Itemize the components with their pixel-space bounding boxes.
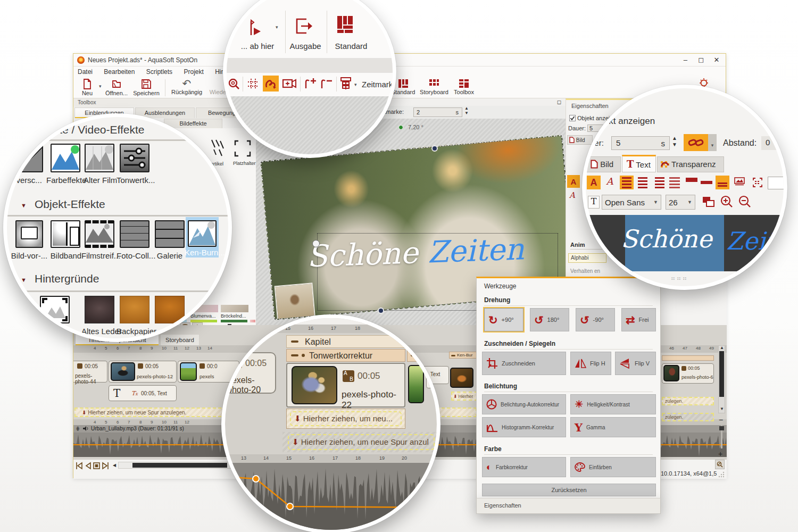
section-collapse-icon[interactable]: ▼ [21, 277, 27, 283]
bg-thumb-backpapier[interactable] [120, 296, 149, 323]
italic-tile[interactable]: A [603, 176, 617, 189]
alphabetical-select[interactable]: Alphabi [568, 253, 606, 263]
drop-row-right[interactable]: zulegen. [662, 397, 714, 405]
exposure-auto-button[interactable]: Belichtung-Autokorrektur [482, 394, 566, 414]
save-button[interactable]: Speichern [131, 79, 162, 96]
export-button[interactable]: Ausgabe [286, 41, 325, 51]
effect-item-platzhalter[interactable]: Platzhalter [233, 139, 256, 166]
effect-thumb-bildband[interactable] [51, 220, 80, 248]
resize-grip-dots[interactable]: ⠛⠛⠛ [671, 277, 688, 284]
crop-button[interactable]: Zuschneiden [482, 352, 566, 375]
effect-thumb-alterfilm[interactable] [85, 144, 114, 172]
effect-thumb-farbverschiebung[interactable] [15, 145, 43, 172]
timeline-zoom-in-button[interactable]: + [718, 450, 722, 458]
view-storyboard-button[interactable]: Storyboard [419, 79, 449, 95]
new-button[interactable]: Neu [76, 79, 99, 96]
selection-handle[interactable] [431, 145, 438, 152]
hscroll-left-icon[interactable]: ◀ [113, 463, 116, 468]
effect-thumb-filmstreifen[interactable] [85, 220, 114, 248]
menu-projekt[interactable]: Projekt [184, 68, 203, 76]
ken-burns-track-bar[interactable]: Ken-Bur [449, 352, 479, 359]
font-family-select[interactable]: Open Sans▼ [602, 195, 661, 210]
align-left-tile-active[interactable] [620, 176, 634, 189]
remove-keyframe-tool-icon[interactable] [320, 77, 334, 90]
zoom-reset-button[interactable] [715, 460, 725, 469]
timemark-list-icon[interactable] [339, 77, 352, 90]
timeline-clip-pexels-photo-6[interactable]: 00:05 pexels-photo-6 [662, 363, 714, 384]
duration-input-zoom[interactable]: 5 s [611, 136, 670, 150]
scroll-down-icon[interactable]: ▼ [720, 406, 724, 411]
timemark-caret-icon[interactable]: ▾ [354, 82, 357, 87]
effect-thumb-farbeffekte[interactable] [51, 144, 80, 172]
hscroll-thumb[interactable] [132, 463, 227, 468]
font-size-select[interactable]: 26▼ [666, 195, 695, 210]
rotate-plus90-button[interactable]: ↻+90° [484, 308, 523, 331]
vscroll-thumb[interactable] [719, 351, 724, 397]
flip-v-button[interactable]: Flip V [615, 352, 656, 375]
tab-transparenz-zoom[interactable]: Transparenz [657, 156, 724, 172]
link-duration-button[interactable] [684, 134, 708, 151]
maximize-panel-icon[interactable]: ◻ [557, 99, 561, 105]
clip-pexels-photo-22-zoom[interactable]: AB 00:05 pexels-photo-22 [286, 363, 405, 408]
layers-icon[interactable] [702, 196, 716, 209]
minimize-button[interactable]: – [678, 56, 692, 64]
drop-row-zoom-1[interactable]: ⬇ Hierher ziehen, um neu... [286, 409, 405, 429]
tint-button[interactable]: Einfärben [570, 457, 656, 477]
add-keyframe-tool-icon[interactable] [304, 77, 318, 90]
selection-handle[interactable] [312, 240, 320, 247]
color-correction-button[interactable]: ◐ Farbkorrektur [482, 457, 566, 477]
menu-bearbeiten[interactable]: Bearbeiten [104, 68, 135, 76]
timeline-nav-buttons[interactable] [76, 462, 110, 470]
timeline-zoom-slider[interactable] [721, 425, 722, 448]
effect-thumb-fotocollage[interactable] [120, 220, 149, 248]
motion-path-tool-active[interactable] [263, 76, 279, 92]
text-wrap-tile[interactable] [751, 176, 764, 189]
tab-bildeffekte[interactable]: Bildeffekte [164, 119, 222, 128]
effect-thumb-bildvor[interactable] [15, 220, 43, 248]
play-dropdown-caret-icon[interactable]: ▾ [276, 24, 278, 30]
timeline-zoom-out-button[interactable]: − [719, 415, 723, 424]
link-dropdown[interactable]: ▾ [708, 134, 717, 151]
drop-track-hint-small[interactable]: ⬇ Hierher [451, 392, 478, 401]
bg-thumb-broeckelnd[interactable] [221, 305, 248, 312]
valign-top-tile[interactable] [686, 178, 697, 182]
bg-thumb-altesleder[interactable] [85, 296, 114, 323]
volume-envelope-zoom[interactable] [225, 463, 437, 530]
text-image-tile[interactable] [733, 176, 746, 189]
drop-row-right-2[interactable]: zulegen. [662, 413, 714, 421]
bild-tab-chip[interactable]: Bild [567, 135, 593, 145]
font-color-tile[interactable]: A [567, 175, 580, 188]
histogram-button[interactable]: Histogramm-Korrektur [482, 417, 566, 437]
close-button[interactable]: ✕ [710, 56, 724, 64]
grid-tool-icon[interactable] [247, 78, 260, 90]
zoom-tool-icon[interactable] [228, 78, 240, 90]
align-justify-tile[interactable] [668, 176, 681, 189]
zoom-out-icon[interactable] [738, 195, 752, 209]
valign-bottom-tile-active[interactable] [716, 176, 729, 189]
gamma-button[interactable]: Y Gamma [570, 417, 656, 437]
open-button[interactable]: Öffnen... [103, 79, 130, 96]
align-right-tile[interactable] [652, 176, 666, 189]
reset-button[interactable]: Zurücksetzen [482, 484, 656, 496]
undo-button[interactable]: ↶ Rückgängig [169, 79, 204, 95]
valign-middle-tile[interactable] [701, 181, 712, 184]
maximize-button[interactable]: ◻ [694, 56, 708, 64]
zeitmarke-input[interactable]: 2 s [413, 107, 462, 117]
kapitel-bar[interactable]: Kapitel [286, 335, 405, 348]
rotate-minus90-button[interactable]: ↺-90° [576, 308, 615, 331]
standard-view-button[interactable]: Standard [330, 41, 372, 51]
text-color-select[interactable]: ▾ [768, 177, 787, 189]
title-bar[interactable]: Neues Projekt.ads* - AquaSoft SpotOn – ◻… [73, 54, 726, 66]
flip-h-button[interactable]: Flip H [570, 352, 611, 375]
tab-text-zoom-active[interactable]: T Text [622, 155, 656, 172]
bg-thumb-frame[interactable] [40, 296, 70, 323]
tonwertkorrektur-bar[interactable]: Tonwertkorrektur [286, 349, 405, 362]
zoom-in-icon[interactable] [720, 195, 734, 209]
effect-thumb-kenburns[interactable] [188, 220, 217, 247]
tab-storyboard[interactable]: Storyboard [160, 334, 200, 345]
bg-thumb-black[interactable] [7, 296, 30, 323]
eigenschaften-footer-bar[interactable]: Eigenschaften [476, 498, 661, 514]
menu-datei[interactable]: Datei [78, 68, 93, 76]
rotate-free-button[interactable]: ⇄Frei [621, 308, 656, 331]
rotation-handle-green[interactable] [398, 125, 403, 130]
